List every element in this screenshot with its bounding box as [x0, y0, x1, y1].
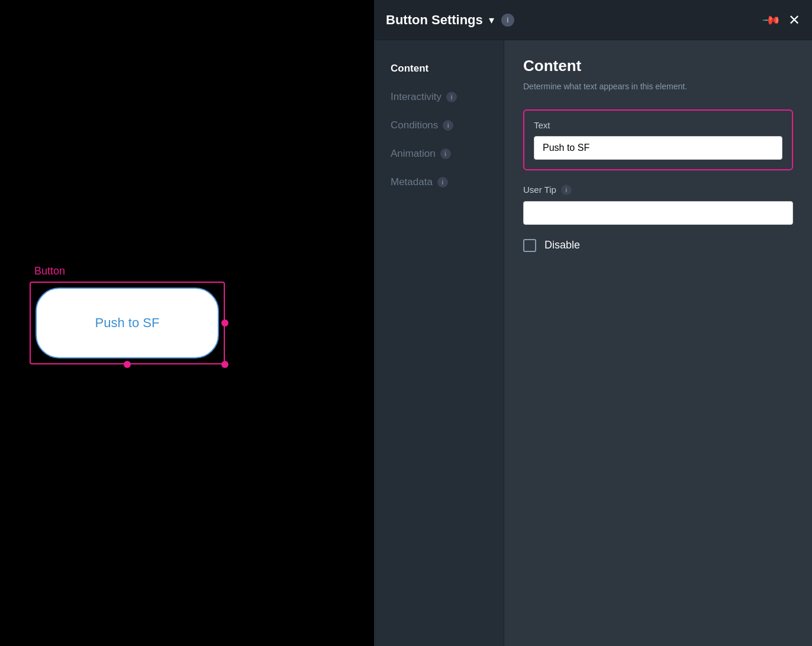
content-section-title: Content [523, 57, 793, 75]
text-field-label: Text [534, 120, 782, 130]
panel-header: Button Settings ▾ i 📌 ✕ [374, 0, 812, 40]
nav-item-metadata[interactable]: Metadata i [374, 168, 504, 196]
canvas-button-inner[interactable]: Push to SF [36, 288, 219, 358]
user-tip-label-row: User Tip i [523, 185, 793, 195]
disable-label: Disable [544, 239, 580, 251]
resize-handle-bottom-center[interactable] [124, 361, 131, 368]
nav-item-content[interactable]: Content [374, 54, 504, 83]
panel-title: Button Settings [386, 12, 483, 28]
panel-nav: Content Interactivity i Conditions i Ani… [374, 40, 504, 646]
panel-title-chevron-icon[interactable]: ▾ [489, 14, 494, 27]
disable-checkbox[interactable] [523, 239, 536, 252]
text-input[interactable] [534, 136, 782, 160]
resize-handle-bottom-right[interactable] [221, 361, 228, 368]
nav-label-animation: Animation [391, 148, 436, 160]
canvas-button-text: Push to SF [95, 315, 160, 331]
nav-item-animation[interactable]: Animation i [374, 140, 504, 168]
canvas-widget-label: Button [34, 265, 65, 277]
panel-main: Content Determine what text appears in t… [504, 40, 812, 646]
canvas-area: Button Push to SF [0, 0, 254, 646]
text-field-section: Text [523, 109, 793, 170]
nav-info-animation[interactable]: i [440, 148, 451, 159]
close-icon[interactable]: ✕ [788, 12, 800, 28]
disable-row: Disable [523, 239, 793, 252]
settings-panel: Button Settings ▾ i 📌 ✕ Content Interact… [374, 0, 812, 646]
content-section-description: Determine what text appears in this elem… [523, 81, 793, 93]
user-tip-info-icon[interactable]: i [561, 185, 572, 195]
panel-info-icon[interactable]: i [501, 14, 514, 27]
nav-info-interactivity[interactable]: i [446, 92, 457, 102]
nav-item-interactivity[interactable]: Interactivity i [374, 83, 504, 111]
nav-label-content: Content [391, 63, 428, 75]
nav-info-conditions[interactable]: i [443, 120, 453, 131]
nav-label-conditions: Conditions [391, 119, 438, 131]
panel-body: Content Interactivity i Conditions i Ani… [374, 40, 812, 646]
nav-info-metadata[interactable]: i [437, 177, 448, 188]
canvas-button-widget[interactable]: Button Push to SF [30, 282, 225, 364]
user-tip-input[interactable] [523, 201, 793, 225]
nav-label-metadata: Metadata [391, 176, 433, 188]
nav-item-conditions[interactable]: Conditions i [374, 111, 504, 140]
pin-icon[interactable]: 📌 [761, 9, 782, 30]
user-tip-label: User Tip [523, 185, 556, 195]
nav-label-interactivity: Interactivity [391, 91, 442, 103]
resize-handle-right[interactable] [221, 319, 228, 327]
